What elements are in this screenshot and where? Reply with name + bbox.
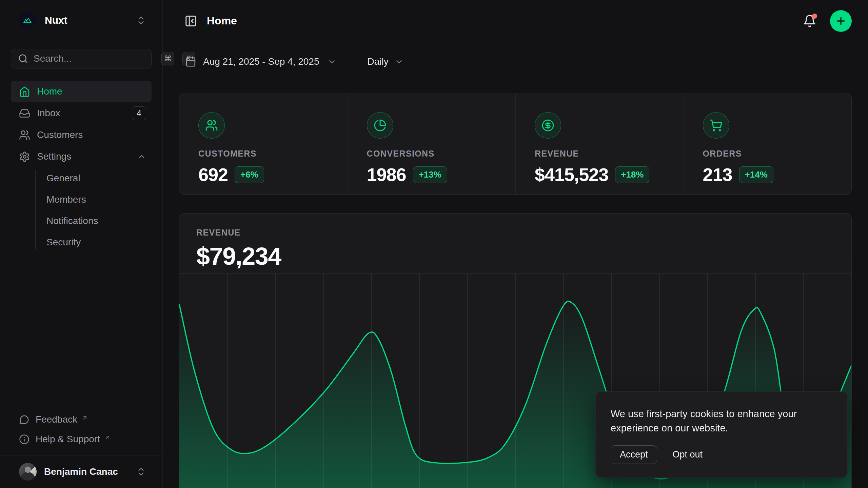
stat-delta-badge: +14% <box>739 166 773 183</box>
sidebar-footer: Feedback Help & Support <box>11 410 152 455</box>
search-icon <box>18 54 28 64</box>
sidebar-item-customers[interactable]: Customers <box>11 124 152 146</box>
notifications-button[interactable] <box>803 14 816 28</box>
home-icon <box>19 86 30 97</box>
subnav-label: General <box>46 173 80 184</box>
stat-label: CUSTOMERS <box>198 149 334 159</box>
date-range-picker[interactable]: Aug 21, 2025 - Sep 4, 2025 <box>185 56 336 67</box>
stat-card-customers[interactable]: CUSTOMERS 692 +6% <box>179 93 348 195</box>
stat-delta-badge: +18% <box>615 166 649 183</box>
stat-label: REVENUE <box>535 149 670 159</box>
stat-label: CONVERSIONS <box>367 149 502 159</box>
footer-item-label: Help & Support <box>36 434 100 445</box>
chart-current-value: $79,234 <box>196 242 851 270</box>
chevron-down-icon <box>395 57 403 66</box>
gear-icon <box>19 151 30 162</box>
granularity-label: Daily <box>368 56 389 67</box>
workspace-switcher[interactable]: Nuxt <box>11 9 152 31</box>
user-name: Benjamin Canac <box>44 466 129 477</box>
info-circle-icon <box>19 434 29 445</box>
footer-item-label: Feedback <box>36 414 77 425</box>
inbox-icon <box>19 108 30 119</box>
toolbar: Aug 21, 2025 - Sep 4, 2025 Daily <box>163 42 868 81</box>
feedback-link[interactable]: Feedback <box>11 410 152 429</box>
nuxt-logo-icon <box>19 12 36 29</box>
optout-cookies-button[interactable]: Opt out <box>673 449 703 460</box>
users-icon <box>198 112 225 139</box>
sidebar-item-home[interactable]: Home <box>11 81 152 102</box>
granularity-select[interactable]: Daily <box>368 56 403 67</box>
circle-dollar-icon <box>535 112 561 139</box>
stat-card-revenue[interactable]: REVENUE $415,523 +18% <box>515 93 684 195</box>
sidebar: Nuxt ⌘ K Home Inbox 4 <box>0 0 163 488</box>
users-icon <box>19 129 30 141</box>
stat-value: 692 <box>198 164 228 185</box>
stats-grid: CUSTOMERS 692 +6% CONVERSIONS 1986 +13% <box>179 93 852 195</box>
chevrons-up-down-icon <box>136 467 146 477</box>
stat-card-conversions[interactable]: CONVERSIONS 1986 +13% <box>348 93 516 195</box>
stat-delta-badge: +6% <box>235 166 264 183</box>
sidebar-item-label: Inbox <box>37 108 125 119</box>
sidebar-item-notifications[interactable]: Notifications <box>11 210 152 231</box>
help-support-link[interactable]: Help & Support <box>11 429 152 449</box>
settings-subnav: General Members Notifications Security <box>11 167 152 253</box>
sidebar-item-security[interactable]: Security <box>11 231 152 253</box>
main-header: Home <box>163 0 868 42</box>
message-circle-icon <box>19 414 29 425</box>
search-box[interactable]: ⌘ K <box>11 49 152 68</box>
sidebar-item-label: Customers <box>37 129 146 140</box>
date-range-label: Aug 21, 2025 - Sep 4, 2025 <box>203 56 319 67</box>
stat-value: 213 <box>703 164 732 185</box>
notification-dot <box>812 14 817 19</box>
inbox-count-badge: 4 <box>132 106 146 120</box>
stat-card-orders[interactable]: ORDERS 213 +14% <box>684 93 852 195</box>
chevrons-up-down-icon <box>136 15 146 25</box>
search-input[interactable] <box>34 53 156 64</box>
stat-value: 1986 <box>367 164 406 185</box>
sidebar-item-members[interactable]: Members <box>11 189 152 210</box>
sidebar-item-inbox[interactable]: Inbox 4 <box>11 102 152 124</box>
user-menu[interactable]: Benjamin Canac <box>11 455 152 488</box>
arrow-up-right-icon <box>81 414 88 421</box>
stat-delta-badge: +13% <box>413 166 447 183</box>
panel-collapse-icon[interactable] <box>184 15 197 27</box>
accept-cookies-button[interactable]: Accept <box>611 445 657 464</box>
calendar-icon <box>185 56 196 67</box>
pie-chart-icon <box>367 112 393 139</box>
chart-title: REVENUE <box>196 228 851 238</box>
cart-icon <box>703 112 729 139</box>
add-button[interactable] <box>830 10 852 32</box>
cookie-message: We use first-party cookies to enhance yo… <box>611 407 832 435</box>
workspace-name: Nuxt <box>45 15 136 26</box>
arrow-up-right-icon <box>104 434 111 441</box>
stat-value: $415,523 <box>535 164 608 185</box>
sidebar-item-label: Home <box>37 86 146 97</box>
subnav-label: Security <box>46 237 81 248</box>
sidebar-item-general[interactable]: General <box>11 167 152 189</box>
subnav-label: Notifications <box>46 216 98 226</box>
page-title: Home <box>207 15 803 27</box>
sidebar-item-label: Settings <box>37 151 131 162</box>
plus-icon <box>835 15 847 27</box>
sidebar-item-settings[interactable]: Settings <box>11 146 152 167</box>
chevron-up-icon <box>137 152 146 161</box>
subnav-label: Members <box>46 194 86 205</box>
sidebar-nav: Home Inbox 4 Customers Settings <box>11 81 152 253</box>
chevron-down-icon <box>328 57 336 66</box>
cookie-banner: We use first-party cookies to enhance yo… <box>595 391 848 478</box>
stat-label: ORDERS <box>703 149 838 159</box>
avatar <box>19 463 37 481</box>
